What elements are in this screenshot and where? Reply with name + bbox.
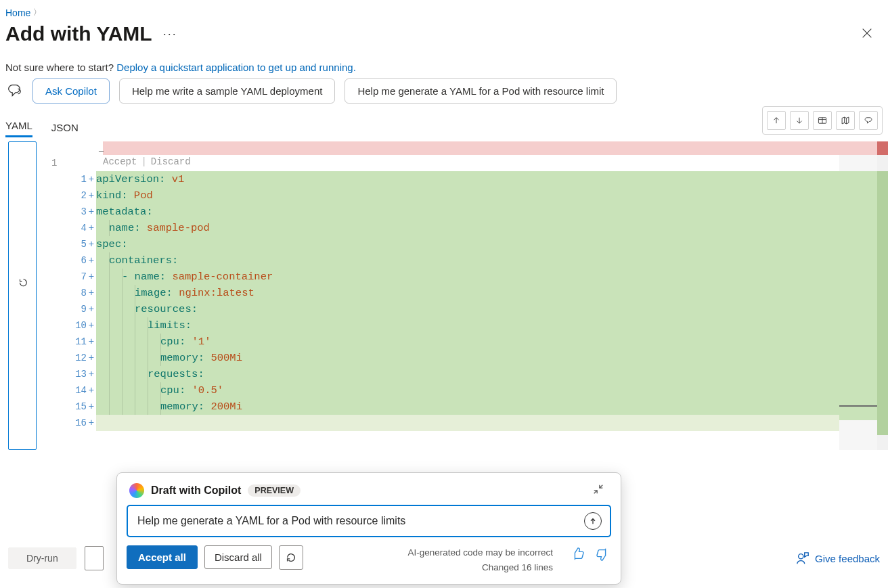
adjacent-button[interactable]: [85, 546, 104, 570]
collapse-icon: [592, 483, 604, 495]
tab-json[interactable]: JSON: [51, 118, 79, 137]
codelens-discard[interactable]: Discard: [151, 154, 191, 170]
code-line: 10+limits:: [37, 317, 839, 334]
split-icon: [818, 114, 827, 127]
copilot-input[interactable]: [136, 514, 584, 528]
code-line: 9+resources:: [37, 301, 839, 317]
ask-copilot-button[interactable]: Ask Copilot: [32, 78, 110, 104]
ruler-deleted: [877, 141, 888, 155]
ruler-added: [877, 171, 888, 435]
tab-yaml[interactable]: YAML: [5, 116, 32, 137]
code-line: 13+requests:: [37, 366, 839, 382]
code-line: 8+image: nginx:latest: [37, 285, 839, 301]
code-line: 1+apiVersion: v1: [37, 171, 839, 187]
copilot-head: Draft with Copilot PREVIEW: [127, 480, 611, 505]
breadcrumb: Home 〉: [0, 0, 888, 21]
code-line: 3+metadata:: [37, 204, 839, 220]
close-button[interactable]: [858, 24, 876, 44]
more-icon[interactable]: ···: [163, 28, 177, 40]
code-line: 11+cpu: '1': [37, 334, 839, 350]
close-icon: [861, 27, 873, 39]
codelens: Accept | Discard: [103, 155, 191, 168]
title-row: Add with YAML ···: [0, 21, 888, 52]
codelens-accept[interactable]: Accept: [103, 154, 137, 170]
minimap[interactable]: [839, 141, 877, 450]
code-line: 7+- name: sample-container: [37, 269, 839, 285]
prompt-sample-deployment[interactable]: Help me write a sample YAML deployment: [119, 78, 336, 104]
code-line: 14+cpu: '0.5': [37, 382, 839, 399]
collapse-button[interactable]: [588, 482, 608, 498]
svg-point-1: [799, 554, 803, 559]
page-root: Home 〉 Add with YAML ··· Not sure where …: [0, 0, 888, 588]
copilot-small-icon: [864, 114, 873, 127]
deleted-strip: [103, 141, 839, 155]
code-line: 6+containers:: [37, 252, 839, 269]
editor-toolbar: [762, 106, 883, 135]
split-view-button[interactable]: [813, 111, 832, 130]
copilot-input-wrap: [127, 505, 611, 537]
minimap-caret: [839, 405, 877, 407]
footer-bar: Dry-run Give feedback: [8, 546, 880, 570]
code-line: 12+memory: 500Mi: [37, 350, 839, 366]
code-lines: 11+apiVersion: v12+kind: Pod3+metadata:4…: [37, 171, 839, 431]
code-line: 16+: [37, 415, 839, 431]
upload-button[interactable]: [767, 111, 786, 130]
code-editor[interactable]: — Accept | Discard 11+apiVersion: v12+ki…: [37, 141, 888, 450]
code-line: 2+kind: Pod: [37, 187, 839, 204]
map-icon: [841, 114, 850, 127]
deploy-quickstart-link[interactable]: Deploy a quickstart application to get u…: [116, 62, 356, 73]
copilot-title: Draft with Copilot: [151, 484, 241, 497]
page-title: Add with YAML: [5, 22, 152, 45]
minimap-deleted: [839, 141, 877, 155]
preview-badge: PREVIEW: [248, 484, 301, 497]
dry-run-button[interactable]: Dry-run: [8, 547, 76, 569]
prompt-pod-resource-limits[interactable]: Help me generate a YAML for a Pod with r…: [345, 78, 617, 104]
hint-prefix: Not sure where to start?: [5, 62, 116, 73]
copilot-logo-icon: [129, 483, 144, 498]
copilot-toggle-button[interactable]: [859, 111, 878, 130]
code-line: 5+spec:: [37, 236, 839, 252]
revert-icon[interactable]: [18, 277, 27, 289]
send-button[interactable]: [584, 512, 602, 530]
code-line: 15+memory: 200Mi: [37, 399, 839, 415]
code-line: 4+name: sample-pod: [37, 220, 839, 236]
give-feedback-link[interactable]: Give feedback: [796, 551, 880, 565]
codelens-sep: |: [141, 154, 146, 170]
prompt-row: Ask Copilot Help me write a sample YAML …: [0, 78, 888, 104]
overview-ruler[interactable]: [877, 141, 888, 450]
arrow-up-icon: [772, 114, 781, 127]
arrow-up-icon: [589, 517, 597, 526]
chevron-right-icon: 〉: [33, 7, 41, 18]
breadcrumb-home[interactable]: Home: [5, 7, 30, 18]
minimap-added: [839, 171, 877, 420]
map-view-button[interactable]: [836, 111, 855, 130]
editor-wrap: — Accept | Discard 11+apiVersion: v12+ki…: [8, 141, 888, 450]
old-line-number: 1: [51, 155, 57, 171]
editor-tabstrip: YAML JSON: [0, 104, 888, 137]
give-feedback-label: Give feedback: [815, 553, 880, 564]
arrow-down-icon: [795, 114, 804, 127]
feedback-icon: [796, 551, 809, 565]
copilot-icon: [5, 83, 23, 100]
editor-margin: [8, 141, 37, 450]
hint-text: Not sure where to start? Deploy a quicks…: [0, 52, 888, 78]
download-button[interactable]: [790, 111, 809, 130]
